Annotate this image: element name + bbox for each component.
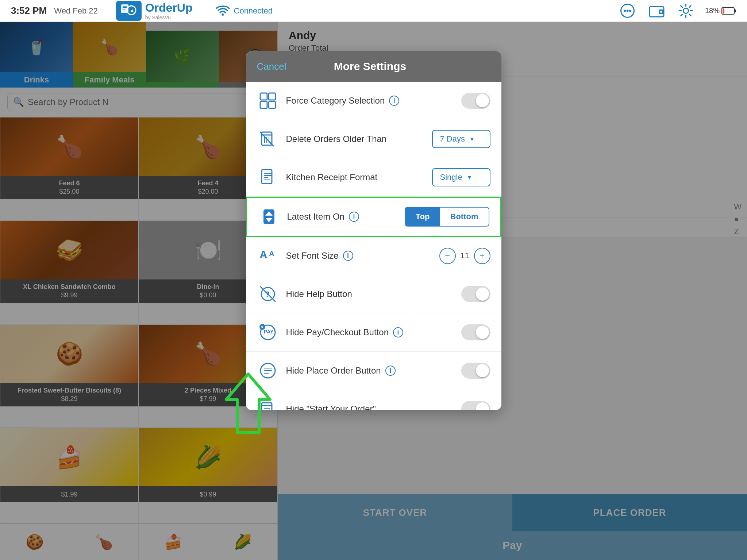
setting-label-hide-pay: Hide Pay/Checkout Button i [286, 327, 454, 337]
svg-text:PAY: PAY [264, 329, 274, 335]
status-date: Wed Feb 22 [54, 6, 97, 16]
dropdown-value-kitchen: Single [440, 173, 462, 182]
segmented-control-latest-item[interactable]: Top Bottom [405, 207, 489, 227]
delete-icon [257, 128, 279, 150]
svg-rect-28 [262, 170, 272, 184]
svg-rect-2 [123, 7, 127, 8]
dropdown-arrow-kitchen: ▾ [468, 173, 471, 181]
toggle-switch-hide-help[interactable] [461, 286, 490, 302]
svg-rect-16 [734, 9, 736, 12]
svg-rect-3 [123, 9, 126, 9]
setting-label-force-category: Force Category Selection i [286, 96, 454, 106]
font-size-stepper[interactable]: − 11 + [439, 248, 490, 264]
settings-button[interactable] [676, 1, 696, 21]
item-order-icon [258, 206, 280, 228]
connected-area: Connected [215, 3, 273, 19]
setting-latest-item: Latest Item On i Top Bottom [246, 197, 501, 237]
app-logo-text: OrderUp by SalesVu [145, 1, 193, 20]
svg-point-13 [660, 11, 662, 13]
dropdown-7days[interactable]: 7 Days ▾ [432, 130, 490, 148]
setting-delete-orders: Delete Orders Older Than 7 Days ▾ [246, 120, 501, 158]
status-time: 3:52 PM [11, 5, 47, 16]
dropdown-delete-orders[interactable]: 7 Days ▾ [432, 130, 490, 148]
setting-force-category: Force Category Selection i [246, 82, 501, 120]
stepper-decrease-btn[interactable]: − [439, 248, 456, 264]
svg-text:A: A [269, 250, 274, 258]
font-icon: A A [257, 245, 279, 267]
setting-label-hide-start-order: Hide "Start Your Order" [286, 404, 454, 410]
setting-label-hide-place-order: Hide Place Order Button i [286, 366, 454, 376]
modal-cancel-button[interactable]: Cancel [257, 61, 286, 72]
info-icon-font-size[interactable]: i [343, 251, 353, 261]
modal-title: More Settings [334, 60, 406, 73]
svg-point-8 [624, 10, 626, 12]
modal-header: Cancel More Settings [246, 51, 501, 82]
toggle-hide-start-order[interactable] [461, 401, 490, 410]
svg-text:A: A [259, 248, 267, 260]
seg-btn-bottom[interactable]: Bottom [440, 208, 489, 226]
setting-font-size: A A Set Font Size i − 11 + [246, 237, 501, 275]
app-container: 🥤 Drinks 🍗 Family Meals 🌿 🥘 🔍 [0, 22, 747, 560]
svg-rect-20 [260, 101, 267, 108]
connected-label: Connected [234, 6, 273, 16]
receipt-icon [257, 166, 279, 188]
svg-rect-49 [262, 403, 272, 410]
dropdown-kitchen-receipt[interactable]: Single ▾ [432, 168, 490, 186]
svg-point-14 [683, 8, 688, 13]
start-order-icon [257, 398, 279, 410]
info-icon-hide-pay[interactable]: i [393, 327, 403, 337]
toggle-switch-hide-place-order[interactable] [461, 363, 490, 379]
dropdown-single[interactable]: Single ▾ [432, 168, 490, 186]
toggle-force-category[interactable] [461, 93, 490, 109]
chat-button[interactable] [617, 1, 638, 21]
app-name: OrderUp [145, 1, 193, 15]
svg-rect-21 [269, 101, 276, 108]
dropdown-arrow-delete: ▾ [470, 135, 474, 143]
dropdown-value-delete: 7 Days [440, 134, 465, 144]
modal-body: Force Category Selection i [246, 82, 501, 410]
svg-rect-17 [723, 8, 724, 13]
help-icon: ? [257, 283, 279, 305]
setting-hide-help: ? Hide Help Button [246, 275, 501, 313]
svg-point-6 [222, 13, 224, 16]
setting-label-delete-orders: Delete Orders Older Than [286, 134, 425, 144]
wifi-icon [215, 3, 231, 19]
toggle-switch-force-category[interactable] [461, 93, 490, 109]
more-settings-modal: Cancel More Settings [246, 51, 501, 410]
svg-point-9 [626, 10, 628, 12]
svg-rect-18 [260, 93, 267, 100]
status-bar: 3:52 PM Wed Feb 22 ▲ OrderUp by SalesVu [0, 0, 747, 22]
svg-text:?: ? [265, 290, 270, 299]
toggle-switch-hide-pay[interactable] [461, 324, 490, 340]
info-icon-latest-item[interactable]: i [349, 212, 359, 222]
toggle-switch-hide-start-order[interactable] [461, 401, 490, 410]
info-icon-force-category[interactable]: i [389, 96, 399, 106]
battery-indicator: 18% [705, 7, 736, 15]
wallet-button[interactable] [647, 1, 667, 21]
modal-overlay: Cancel More Settings [0, 22, 747, 560]
svg-text:×: × [261, 325, 263, 330]
toggle-hide-place-order[interactable] [461, 363, 490, 379]
stepper-value-font: 11 [458, 251, 472, 260]
setting-label-hide-help: Hide Help Button [286, 289, 454, 299]
setting-hide-pay: × PAY Hide Pay/Checkout Button i [246, 313, 501, 352]
setting-label-kitchen-receipt: Kitchen Receipt Format [286, 172, 425, 182]
stepper-font-size[interactable]: − 11 + [439, 248, 490, 264]
app-sub: by SalesVu [145, 15, 193, 20]
svg-rect-1 [123, 6, 127, 7]
app-logo: ▲ OrderUp by SalesVu [116, 1, 193, 21]
place-order-icon [257, 360, 279, 382]
status-right: 18% [617, 1, 736, 21]
toggle-hide-help[interactable] [461, 286, 490, 302]
svg-rect-19 [269, 93, 276, 100]
setting-label-font-size: Set Font Size i [286, 251, 432, 261]
segmented-latest-item[interactable]: Top Bottom [405, 207, 489, 227]
setting-label-latest-item: Latest Item On i [287, 212, 397, 222]
stepper-increase-btn[interactable]: + [474, 248, 490, 264]
seg-btn-top[interactable]: Top [405, 208, 440, 226]
battery-percent: 18% [705, 7, 720, 15]
toggle-hide-pay[interactable] [461, 324, 490, 340]
svg-point-10 [629, 10, 631, 12]
grid-icon [257, 90, 279, 112]
info-icon-hide-place-order[interactable]: i [385, 366, 396, 376]
